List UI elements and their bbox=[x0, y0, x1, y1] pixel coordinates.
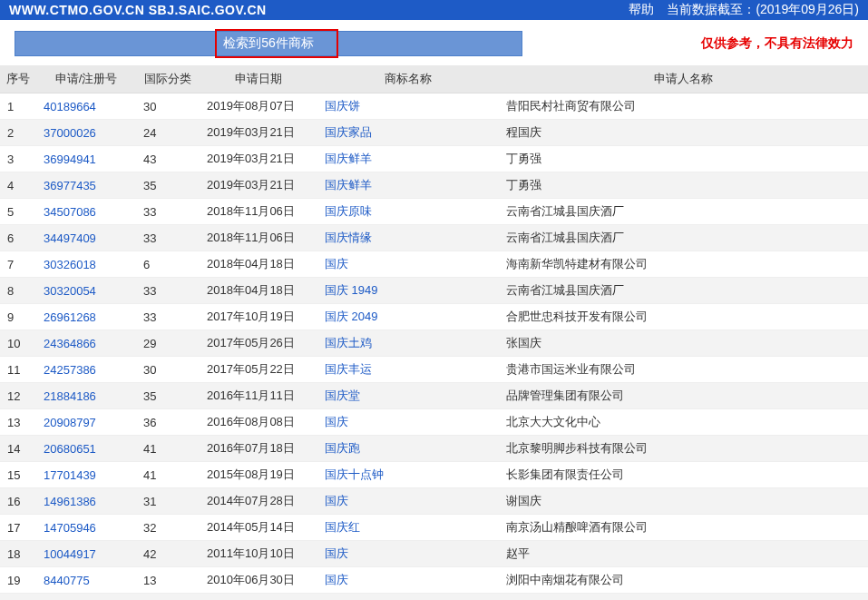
cell-class: 39 bbox=[136, 594, 200, 601]
cell-applicant: 长影集团有限责任公司 bbox=[499, 462, 868, 488]
trademark-name-link[interactable]: 国庆饼 bbox=[325, 99, 360, 113]
cell-reg: 20908797 bbox=[36, 409, 136, 436]
cell-reg: 8251543 bbox=[36, 594, 136, 601]
trademark-name-link[interactable]: 国庆红 bbox=[325, 520, 360, 534]
trademark-name-link[interactable]: 国庆 bbox=[325, 415, 348, 428]
table-row: 1517701439412015年08月19日国庆十点钟长影集团有限责任公司 bbox=[0, 462, 868, 488]
trademark-name-link[interactable]: 国庆 2049 bbox=[325, 310, 378, 323]
cell-seq: 16 bbox=[0, 488, 36, 515]
cell-class: 35 bbox=[136, 383, 200, 409]
cell-reg: 8440775 bbox=[36, 567, 136, 594]
cell-date: 2011年10月10日 bbox=[200, 541, 317, 567]
result-count-banner[interactable]: 检索到56件商标 bbox=[15, 31, 522, 56]
table-row: 336994941432019年03月21日国庆鲜羊丁勇强 bbox=[0, 146, 868, 172]
reg-link[interactable]: 30326018 bbox=[44, 258, 96, 271]
cell-seq: 9 bbox=[0, 304, 36, 330]
top-bar-right: 帮助 当前数据截至：(2019年09月26日) bbox=[629, 2, 859, 18]
reg-link[interactable]: 26961268 bbox=[44, 310, 96, 324]
cell-seq: 15 bbox=[0, 462, 36, 488]
cell-applicant: 南京汤山精酿啤酒有限公司 bbox=[499, 515, 868, 541]
reg-link[interactable]: 20908797 bbox=[44, 416, 96, 429]
cell-date: 2016年08月08日 bbox=[200, 409, 317, 436]
cell-class: 31 bbox=[136, 488, 200, 515]
trademark-name-link[interactable]: 国庆 bbox=[325, 546, 348, 560]
disclaimer-text: 仅供参考，不具有法律效力 bbox=[701, 35, 853, 52]
reg-link[interactable]: 20680651 bbox=[44, 442, 96, 456]
col-header-seq: 序号 bbox=[0, 65, 36, 93]
cell-reg: 17701439 bbox=[36, 462, 136, 488]
cell-name: 国庆 bbox=[317, 594, 499, 601]
trademark-name-link[interactable]: 国庆跑 bbox=[325, 441, 360, 455]
trademark-name-link[interactable]: 国庆情缘 bbox=[325, 231, 372, 244]
trademark-name-link[interactable]: 国庆丰运 bbox=[325, 362, 372, 376]
cell-applicant: 张国庆 bbox=[499, 330, 868, 357]
cell-name: 国庆鲜羊 bbox=[317, 172, 499, 199]
reg-link[interactable]: 30320054 bbox=[44, 284, 96, 298]
result-count-text: 检索到56件商标 bbox=[223, 35, 314, 52]
cell-applicant: 云南省江城县国庆酒厂 bbox=[499, 278, 868, 304]
reg-link[interactable]: 36977435 bbox=[44, 179, 96, 192]
trademark-name-link[interactable]: 国庆家品 bbox=[325, 125, 372, 139]
reg-link[interactable]: 36994941 bbox=[44, 152, 96, 166]
cell-applicant: 品牌管理集团有限公司 bbox=[499, 383, 868, 409]
table-row: 1420680651412016年07月18日国庆跑北京黎明脚步科技有限公司 bbox=[0, 436, 868, 462]
cell-name: 国庆家品 bbox=[317, 120, 499, 146]
table-row: 436977435352019年03月21日国庆鲜羊丁勇强 bbox=[0, 172, 868, 199]
trademark-name-link[interactable]: 国庆 bbox=[325, 494, 348, 507]
trademark-name-link[interactable]: 国庆十点钟 bbox=[325, 467, 384, 481]
cell-class: 29 bbox=[136, 330, 200, 357]
trademark-name-link[interactable]: 国庆 bbox=[325, 257, 348, 270]
cell-class: 43 bbox=[136, 146, 200, 172]
table-row: 1024364866292017年05月26日国庆土鸡张国庆 bbox=[0, 330, 868, 357]
cell-class: 30 bbox=[136, 357, 200, 383]
cell-seq: 13 bbox=[0, 409, 36, 436]
cell-name: 国庆 bbox=[317, 488, 499, 515]
trademark-name-link[interactable]: 国庆原味 bbox=[325, 204, 372, 218]
cell-class: 33 bbox=[136, 225, 200, 251]
reg-link[interactable]: 14961386 bbox=[44, 495, 96, 508]
reg-link[interactable]: 34507086 bbox=[44, 205, 96, 219]
cell-seq: 7 bbox=[0, 251, 36, 278]
cell-date: 2014年07月28日 bbox=[200, 488, 317, 515]
trademark-name-link[interactable]: 国庆鲜羊 bbox=[325, 152, 372, 165]
cell-seq: 10 bbox=[0, 330, 36, 357]
reg-link[interactable]: 40189664 bbox=[44, 100, 96, 113]
reg-link[interactable]: 34497409 bbox=[44, 231, 96, 245]
cell-name: 国庆土鸡 bbox=[317, 330, 499, 357]
cell-seq: 3 bbox=[0, 146, 36, 172]
reg-link[interactable]: 8440775 bbox=[44, 574, 90, 587]
cell-applicant: 云南省江城县国庆酒厂 bbox=[499, 199, 868, 225]
col-header-class: 国际分类 bbox=[136, 65, 200, 93]
sub-row: 检索到56件商标 仅供参考，不具有法律效力 bbox=[0, 20, 868, 65]
trademark-name-link[interactable]: 国庆 1949 bbox=[325, 283, 378, 297]
cell-date: 2015年08月19日 bbox=[200, 462, 317, 488]
cell-name: 国庆丰运 bbox=[317, 357, 499, 383]
cell-seq: 19 bbox=[0, 567, 36, 594]
table-row: 73032601862018年04月18日国庆海南新华凯特建材有限公司 bbox=[0, 251, 868, 278]
reg-link[interactable]: 24364866 bbox=[44, 337, 96, 350]
table-row: 634497409332018年11月06日国庆情缘云南省江城县国庆酒厂 bbox=[0, 225, 868, 251]
reg-link[interactable]: 14705946 bbox=[44, 521, 96, 535]
reg-link[interactable]: 37000026 bbox=[44, 126, 96, 140]
cell-reg: 36994941 bbox=[36, 146, 136, 172]
reg-link[interactable]: 21884186 bbox=[44, 389, 96, 403]
reg-link[interactable]: 24257386 bbox=[44, 363, 96, 377]
trademark-name-link[interactable]: 国庆鲜羊 bbox=[325, 178, 372, 192]
cell-reg: 30326018 bbox=[36, 251, 136, 278]
help-link[interactable]: 帮助 bbox=[629, 2, 654, 18]
trademark-name-link[interactable]: 国庆堂 bbox=[325, 389, 360, 402]
table-row: 140189664302019年08月07日国庆饼昔阳民村社商贸有限公司 bbox=[0, 93, 868, 120]
cell-class: 42 bbox=[136, 541, 200, 567]
trademark-name-link[interactable]: 国庆土鸡 bbox=[325, 336, 372, 349]
cell-applicant: 北京黎明脚步科技有限公司 bbox=[499, 436, 868, 462]
table-row: 1714705946322014年05月14日国庆红南京汤山精酿啤酒有限公司 bbox=[0, 515, 868, 541]
cell-applicant: 赵平 bbox=[499, 541, 868, 567]
reg-link[interactable]: 10044917 bbox=[44, 547, 96, 561]
cell-seq: 1 bbox=[0, 93, 36, 120]
cell-date: 2018年11月06日 bbox=[200, 199, 317, 225]
trademark-name-link[interactable]: 国庆 bbox=[325, 573, 348, 586]
cell-date: 2019年08月07日 bbox=[200, 93, 317, 120]
data-date-label: 当前数据截至：(2019年09月26日) bbox=[667, 2, 859, 18]
reg-link[interactable]: 17701439 bbox=[44, 468, 96, 482]
cell-date: 2017年05月26日 bbox=[200, 330, 317, 357]
